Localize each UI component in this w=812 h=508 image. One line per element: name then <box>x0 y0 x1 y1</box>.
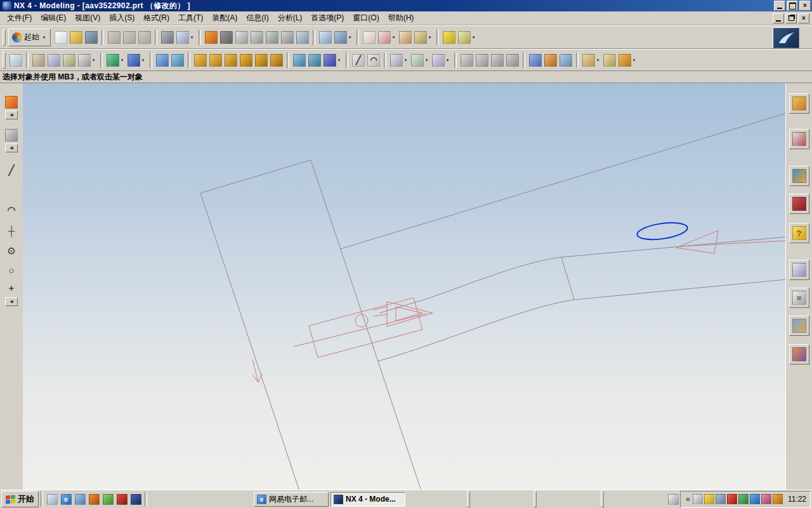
pocket-button[interactable] <box>223 51 239 69</box>
start-button[interactable]: 开始 <box>1 491 39 507</box>
unite-button[interactable] <box>292 51 307 69</box>
snap-arc-button[interactable]: ◠ <box>3 202 20 218</box>
menu-view[interactable]: 视图(V) <box>70 11 105 25</box>
studio-spline-button[interactable]: ▾ <box>431 51 452 69</box>
pad-button[interactable] <box>239 51 254 69</box>
measure-angle-button[interactable]: ▾ <box>457 29 478 46</box>
chamfer-dropdown-arrow[interactable]: ▾ <box>631 58 637 63</box>
geometry-tool-axis-line[interactable] <box>293 314 426 347</box>
groove-button[interactable] <box>269 51 284 69</box>
rotate-view-button[interactable] <box>280 29 295 46</box>
thread-dropdown-arrow[interactable]: ▾ <box>336 58 342 63</box>
snap-center-point-button[interactable]: ⊙ <box>3 243 20 259</box>
window-minimize-button[interactable] <box>774 1 785 11</box>
wireframe-display-button[interactable] <box>219 29 234 46</box>
show-desktop[interactable] <box>45 492 59 506</box>
fit-view-button[interactable] <box>265 29 280 46</box>
capture-image-button[interactable]: ▾ <box>175 29 196 46</box>
offset-surface-button[interactable] <box>543 51 558 69</box>
scheduler-tray-icon[interactable] <box>761 494 771 504</box>
pan-view-button[interactable] <box>295 29 310 46</box>
geometry-plate-top-edge[interactable] <box>341 113 785 249</box>
geometry-tool-arrow-inner[interactable] <box>396 307 422 321</box>
studio-spline-dropdown-arrow[interactable]: ▾ <box>445 58 450 63</box>
edge-blend-dropdown-arrow[interactable]: ▾ <box>595 58 601 63</box>
taskbar-clock[interactable]: 11:22 <box>788 495 806 504</box>
zoom-box-button[interactable] <box>234 29 249 46</box>
history-palette-button[interactable] <box>789 260 809 280</box>
trimetric-view-button[interactable] <box>318 29 333 46</box>
taskbar-toolbar-grip[interactable] <box>467 491 470 507</box>
messenger-tray-icon[interactable] <box>750 494 760 504</box>
menu-analysis[interactable]: 分析(L) <box>273 11 307 25</box>
assembly-navigator-button[interactable] <box>789 93 809 114</box>
menu-information[interactable]: 信息(I) <box>242 11 273 25</box>
graphics-viewport[interactable] <box>23 83 785 490</box>
point-constructor-button[interactable]: ▾ <box>377 29 398 46</box>
slot-button[interactable] <box>254 51 269 69</box>
block-dropdown-arrow[interactable]: ▾ <box>140 58 146 63</box>
ime-indicator-tray-icon[interactable] <box>693 494 703 504</box>
taskbar-toolbar-grip[interactable] <box>534 491 537 507</box>
collapse-arrow-3[interactable]: ◀ <box>5 297 18 306</box>
point-button[interactable]: ▾ <box>77 51 98 69</box>
geometry-duct-top-edge[interactable] <box>379 237 785 313</box>
spline-button[interactable]: ▾ <box>410 51 431 69</box>
geometry-beam-left-edge[interactable] <box>200 193 299 490</box>
capture-image-dropdown-arrow[interactable]: ▾ <box>189 35 195 40</box>
datum-plane-button[interactable] <box>31 51 46 69</box>
snap-point-button[interactable] <box>398 29 413 46</box>
basic-curves-button[interactable]: ▾ <box>389 51 410 69</box>
shaded-view-button[interactable]: ▾ <box>333 29 354 46</box>
trimmed-sheet-button[interactable] <box>558 51 573 69</box>
menu-help[interactable]: 帮助(H) <box>384 11 419 25</box>
collapse-arrow-2[interactable]: ◀ <box>5 144 18 152</box>
geometry-tool-outline[interactable] <box>309 298 422 358</box>
sketch-button[interactable] <box>8 51 23 69</box>
display-settings-tray-icon[interactable] <box>716 494 726 504</box>
menu-insert[interactable]: 插入(S) <box>105 11 139 25</box>
snap-options-dropdown-arrow[interactable]: ▾ <box>427 35 433 40</box>
snap-existing-point-button[interactable]: + <box>3 279 20 296</box>
start-application-button[interactable]: 起始 ▾ <box>8 29 51 46</box>
task-netease-mail[interactable]: e网易电子邮... <box>254 492 329 507</box>
toolbar-grip[interactable] <box>3 29 6 46</box>
nx-logo[interactable] <box>773 27 799 48</box>
geometry-direction-arrow-left[interactable] <box>676 231 718 253</box>
subtract-button[interactable] <box>307 51 322 69</box>
paste-button[interactable] <box>137 29 152 46</box>
arc-button[interactable]: ◠ <box>366 51 381 69</box>
primitives-dropdown-arrow[interactable]: ▾ <box>119 58 125 63</box>
inferred-point-button[interactable] <box>362 29 377 46</box>
basic-curves-dropdown-arrow[interactable]: ▾ <box>403 58 409 63</box>
primitives-button[interactable]: ▾ <box>105 51 126 69</box>
snap-circle-button[interactable]: ○ <box>3 262 20 278</box>
antivirus-tray-icon[interactable] <box>727 494 737 504</box>
geometry-tool-circle[interactable] <box>355 314 368 327</box>
reuse-library-button[interactable] <box>789 194 809 214</box>
swept-button[interactable] <box>505 51 520 69</box>
nx-license-tray-icon[interactable] <box>738 494 749 504</box>
updates-tray-icon[interactable] <box>773 494 783 504</box>
outlook-express[interactable] <box>73 492 87 506</box>
collapse-arrow-1[interactable]: ◀ <box>5 110 18 119</box>
through-curves-button[interactable] <box>475 51 490 69</box>
internet-explorer[interactable]: e <box>59 492 73 506</box>
boss-button[interactable] <box>208 51 223 69</box>
menu-file[interactable]: 文件(F) <box>3 11 36 25</box>
edge-blend-button[interactable]: ▾ <box>581 51 602 69</box>
window-maximize-button[interactable] <box>787 1 798 11</box>
line-button[interactable]: ╱ <box>351 51 366 69</box>
nx-shortcut[interactable] <box>129 492 143 506</box>
information-window-button[interactable]: ≡ <box>789 288 809 308</box>
tray-chevron-icon[interactable]: « <box>684 495 691 504</box>
menu-edit[interactable]: 编辑(E) <box>36 11 70 25</box>
point-dropdown-arrow[interactable]: ▾ <box>91 58 96 63</box>
bounded-plane-button[interactable] <box>528 51 543 69</box>
roles-button[interactable] <box>789 344 809 364</box>
copy-button[interactable] <box>122 29 137 46</box>
snap-line-button[interactable]: ╱ <box>3 162 20 178</box>
geometry-duct-section-edge[interactable] <box>561 257 574 300</box>
block-button[interactable]: ▾ <box>126 51 147 69</box>
menu-preferences[interactable]: 首选项(P) <box>306 11 348 25</box>
